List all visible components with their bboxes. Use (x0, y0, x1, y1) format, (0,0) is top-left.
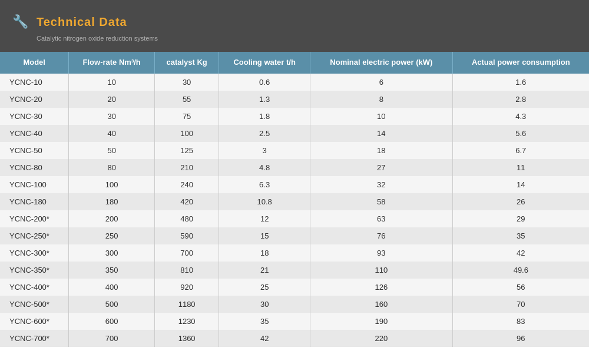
table-cell: 70 (452, 296, 589, 313)
table-cell: 2.5 (219, 125, 310, 142)
table-cell: 4.8 (219, 159, 310, 176)
table-cell: 15 (219, 227, 310, 244)
table-cell: YCNC-40 (0, 125, 69, 142)
table-cell: 6 (310, 74, 453, 91)
table-cell: 2.8 (452, 91, 589, 108)
table-cell: 250 (69, 227, 155, 244)
table-cell: 93 (310, 244, 453, 262)
table-header-cell: Nominal electric power (kW) (310, 52, 453, 74)
table-cell: 56 (452, 279, 589, 296)
table-cell: 35 (219, 313, 310, 330)
table-cell: 30 (69, 108, 155, 125)
table-cell: YCNC-180 (0, 193, 69, 210)
table-cell: 100 (155, 125, 219, 142)
table-row: YCNC-1001002406.33214 (0, 176, 589, 193)
table-cell: 240 (155, 176, 219, 193)
table-cell: 11 (452, 159, 589, 176)
table-cell: 83 (452, 313, 589, 330)
table-cell: YCNC-700* (0, 330, 69, 347)
table-cell: YCNC-50 (0, 142, 69, 159)
table-cell: 27 (310, 159, 453, 176)
table-cell: 920 (155, 279, 219, 296)
table-cell: 1230 (155, 313, 219, 330)
table-row: YCNC-200*200480126329 (0, 210, 589, 227)
table-header-cell: Model (0, 52, 69, 74)
table-cell: 50 (69, 142, 155, 159)
table-cell: 480 (155, 210, 219, 227)
table-cell: 1.8 (219, 108, 310, 125)
table-row: YCNC-350*3508102111049.6 (0, 262, 589, 279)
table-cell: 300 (69, 244, 155, 262)
table-cell: 180 (69, 193, 155, 210)
header-title: Technical Data (37, 15, 127, 29)
table-cell: 63 (310, 210, 453, 227)
table-cell: 76 (310, 227, 453, 244)
table-cell: 12 (219, 210, 310, 227)
table-row: YCNC-50501253186.7 (0, 142, 589, 159)
table-cell: 700 (69, 330, 155, 347)
table-row: YCNC-40401002.5145.6 (0, 125, 589, 142)
table-cell: 40 (69, 125, 155, 142)
table-cell: YCNC-500* (0, 296, 69, 313)
table-cell: 18 (310, 142, 453, 159)
table-cell: 20 (69, 91, 155, 108)
data-table: ModelFlow-rate Nm³/hcatalyst KgCooling w… (0, 52, 589, 347)
table-row: YCNC-18018042010.85826 (0, 193, 589, 210)
table-cell: 29 (452, 210, 589, 227)
table-cell: YCNC-400* (0, 279, 69, 296)
table-cell: 18 (219, 244, 310, 262)
table-cell: 126 (310, 279, 453, 296)
logo-icon: 🔧 (9, 11, 31, 32)
table-cell: 10.8 (219, 193, 310, 210)
table-cell: 42 (452, 244, 589, 262)
table-cell: YCNC-250* (0, 227, 69, 244)
table-cell: 10 (69, 74, 155, 91)
table-cell: 810 (155, 262, 219, 279)
table-header-cell: Cooling water t/h (219, 52, 310, 74)
header-subtitle: Catalytic nitrogen oxide reduction syste… (37, 35, 580, 42)
table-cell: 30 (155, 74, 219, 91)
table-cell: 420 (155, 193, 219, 210)
table-row: YCNC-400*4009202512656 (0, 279, 589, 296)
table-row: YCNC-3030751.8104.3 (0, 108, 589, 125)
table-cell: 125 (155, 142, 219, 159)
table-cell: 26 (452, 193, 589, 210)
table-cell: YCNC-20 (0, 91, 69, 108)
table-cell: 25 (219, 279, 310, 296)
table-cell: 110 (310, 262, 453, 279)
table-cell: 220 (310, 330, 453, 347)
table-cell: 210 (155, 159, 219, 176)
table-cell: 35 (452, 227, 589, 244)
table-cell: 4.3 (452, 108, 589, 125)
table-cell: 200 (69, 210, 155, 227)
table-header-cell: Actual power consumption (452, 52, 589, 74)
table-cell: 58 (310, 193, 453, 210)
table-cell: 500 (69, 296, 155, 313)
table-cell: YCNC-10 (0, 74, 69, 91)
table-cell: YCNC-300* (0, 244, 69, 262)
table-row: YCNC-600*60012303519083 (0, 313, 589, 330)
table-cell: YCNC-600* (0, 313, 69, 330)
table-header-cell: Flow-rate Nm³/h (69, 52, 155, 74)
table-cell: YCNC-80 (0, 159, 69, 176)
table-cell: 6.7 (452, 142, 589, 159)
table-header-cell: catalyst Kg (155, 52, 219, 74)
table-container: ModelFlow-rate Nm³/hcatalyst KgCooling w… (0, 52, 589, 347)
table-row: YCNC-1010300.661.6 (0, 74, 589, 91)
table-cell: 3 (219, 142, 310, 159)
table-cell: 190 (310, 313, 453, 330)
table-cell: YCNC-100 (0, 176, 69, 193)
header: 🔧 Technical Data Catalytic nitrogen oxid… (0, 0, 589, 52)
table-cell: 1.3 (219, 91, 310, 108)
table-cell: 1.6 (452, 74, 589, 91)
table-cell: 80 (69, 159, 155, 176)
page-wrapper: 🔧 Technical Data Catalytic nitrogen oxid… (0, 0, 589, 364)
header-top: 🔧 Technical Data (9, 11, 580, 32)
table-row: YCNC-700*70013604222096 (0, 330, 589, 347)
table-cell: YCNC-200* (0, 210, 69, 227)
table-cell: 55 (155, 91, 219, 108)
table-cell: 0.6 (219, 74, 310, 91)
table-row: YCNC-300*300700189342 (0, 244, 589, 262)
table-row: YCNC-500*50011803016070 (0, 296, 589, 313)
table-cell: 49.6 (452, 262, 589, 279)
